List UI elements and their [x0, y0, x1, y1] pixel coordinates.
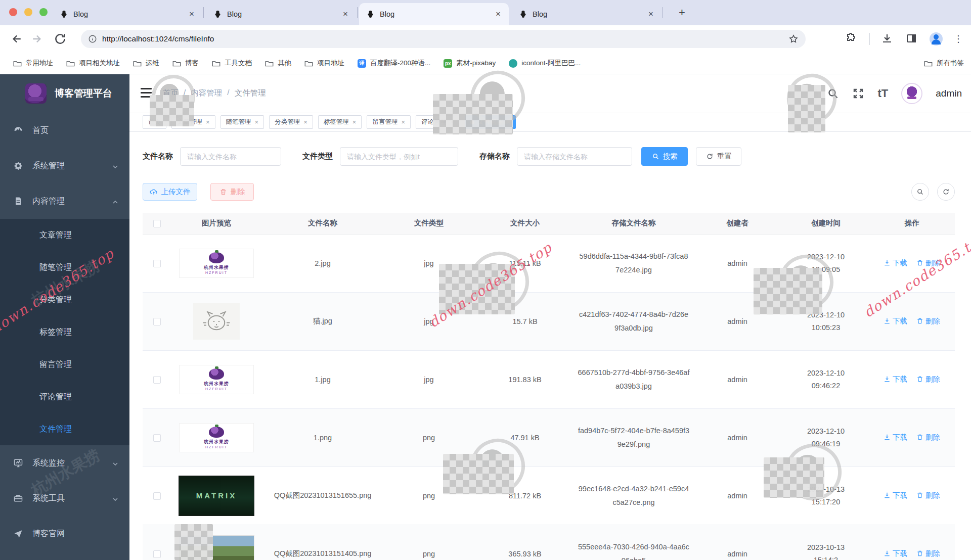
sidebar-item-file-active[interactable]: 文件管理 — [0, 413, 129, 445]
fullscreen-icon[interactable] — [852, 87, 864, 100]
close-icon[interactable] — [349, 118, 357, 126]
extensions-icon[interactable] — [845, 32, 858, 45]
download-link[interactable]: 下载 — [884, 491, 907, 500]
upload-file-button[interactable]: 上传文件 — [143, 183, 197, 201]
tag-message[interactable]: 留言管理 — [367, 115, 411, 129]
download-link[interactable]: 下载 — [884, 549, 907, 558]
row-checkbox[interactable] — [153, 318, 161, 325]
tab-close-icon[interactable]: × — [647, 9, 654, 19]
row-checkbox[interactable] — [153, 376, 161, 384]
bookmark-folder[interactable]: 博客 — [172, 59, 199, 68]
page-info-icon[interactable] — [88, 34, 97, 43]
row-checkbox[interactable] — [153, 260, 161, 267]
side-panel-icon[interactable] — [905, 32, 918, 45]
sidebar-item-content[interactable]: 内容管理 — [0, 183, 129, 219]
file-name-input[interactable] — [180, 147, 281, 166]
censor-mosaic — [150, 95, 194, 126]
reset-button[interactable]: 重置 — [696, 147, 741, 166]
select-all-checkbox[interactable] — [153, 220, 161, 227]
folder-icon — [924, 60, 933, 67]
app-logo[interactable]: 博客管理平台 — [0, 74, 129, 113]
row-checkbox[interactable] — [153, 434, 161, 442]
close-icon[interactable] — [202, 118, 210, 126]
store-name-label: 存储名称 — [479, 152, 510, 161]
reload-icon[interactable] — [54, 32, 67, 45]
file-name: QQ截图20231013151405.png — [262, 525, 383, 560]
download-link[interactable]: 下载 — [884, 258, 907, 268]
sidebar-item-message[interactable]: 留言管理 — [0, 348, 129, 381]
store-name-input[interactable] — [517, 147, 632, 166]
delete-button[interactable]: 删除 — [210, 183, 254, 201]
bookmark-folder[interactable]: 运维 — [133, 59, 159, 68]
tab-favicon — [213, 10, 222, 19]
window-controls[interactable] — [9, 8, 48, 16]
delete-link[interactable]: 删除 — [916, 375, 940, 384]
refresh-icon[interactable] — [937, 183, 955, 201]
tab-close-icon[interactable]: × — [188, 9, 195, 19]
bookmark-iconfont[interactable]: iconfont-阿里巴巴... — [509, 59, 581, 68]
delete-link[interactable]: 删除 — [916, 316, 940, 326]
close-icon[interactable] — [300, 118, 307, 126]
bookmark-star-icon[interactable] — [788, 34, 799, 44]
url-bar[interactable]: http://localhost:1024/cms/fileInfo — [81, 30, 806, 48]
new-tab-button[interactable]: + — [679, 7, 685, 19]
browser-tab-1[interactable]: Blog × — [53, 3, 202, 25]
delete-link[interactable]: 删除 — [916, 491, 940, 500]
bookmark-folder[interactable]: 项目相关地址 — [66, 59, 120, 68]
bookmark-folder[interactable]: 其他 — [265, 59, 291, 68]
download-link[interactable]: 下载 — [884, 433, 907, 442]
bookmark-folder[interactable]: 工具文档 — [212, 59, 252, 68]
bookmark-translate[interactable]: 译百度翻译-200种语... — [358, 59, 430, 68]
file-name: 猫.jpg — [262, 292, 383, 350]
file-type: png — [383, 525, 474, 560]
browser-tab-4[interactable]: Blog × — [512, 3, 661, 25]
close-icon[interactable] — [398, 118, 405, 126]
browser-tab-2[interactable]: Blog × — [206, 3, 356, 25]
sidebar-item-home[interactable]: 首页 — [0, 113, 129, 148]
delete-link[interactable]: 删除 — [916, 549, 940, 558]
bookmark-pixabay[interactable]: px素材-pixabay — [444, 59, 496, 68]
minimize-window-button[interactable] — [24, 8, 32, 16]
col-created: 创建时间 — [783, 213, 869, 234]
profile-avatar[interactable] — [930, 32, 943, 45]
all-bookmarks[interactable]: 所有书签 — [924, 59, 964, 68]
user-name[interactable]: admin — [936, 88, 962, 99]
back-icon[interactable] — [9, 32, 22, 45]
file-type-input[interactable] — [340, 147, 458, 166]
tab-close-icon[interactable]: × — [342, 9, 349, 19]
sidebar-item-tools[interactable]: 系统工具 — [0, 481, 129, 516]
sidebar-item-system[interactable]: 系统管理 — [0, 148, 129, 183]
bookmark-folder[interactable]: 常用地址 — [13, 59, 53, 68]
download-link[interactable]: 下载 — [884, 316, 907, 326]
row-checkbox[interactable] — [153, 492, 161, 500]
zoom-window-button[interactable] — [39, 8, 48, 16]
breadcrumb-current: 文件管理 — [235, 88, 266, 99]
close-window-button[interactable] — [9, 8, 17, 16]
bookmark-folder[interactable]: 项目地址 — [304, 59, 344, 68]
sidebar-item-blog-site[interactable]: 博客官网 — [0, 516, 129, 551]
hide-search-icon[interactable] — [911, 183, 929, 201]
delete-link[interactable]: 删除 — [916, 433, 940, 442]
user-avatar[interactable] — [901, 83, 922, 104]
font-size-icon[interactable]: tT — [877, 87, 888, 100]
tag-essay[interactable]: 随笔管理 — [220, 115, 264, 129]
breadcrumb-content[interactable]: 内容管理 — [191, 88, 222, 99]
folder-icon — [172, 60, 181, 67]
fruit-logo-icon — [209, 252, 224, 263]
table-header-row: 图片预览 文件名称 文件类型 文件大小 存储文件名称 创建者 创建时间 操作 — [143, 213, 955, 234]
tag-category[interactable]: 分类管理 — [269, 115, 313, 129]
search-button[interactable]: 搜索 — [641, 147, 688, 166]
row-checkbox[interactable] — [153, 550, 161, 558]
chrome-menu-icon[interactable]: ⋮ — [954, 33, 963, 44]
sidebar-item-comment[interactable]: 评论管理 — [0, 381, 129, 413]
tab-close-icon[interactable]: × — [495, 9, 502, 19]
close-icon[interactable] — [251, 118, 259, 126]
downloads-icon[interactable] — [881, 32, 894, 45]
tag-tag[interactable]: 标签管理 — [318, 115, 362, 129]
sidebar-item-article[interactable]: 文章管理 — [0, 219, 129, 251]
browser-tab-3-active[interactable]: Blog × — [359, 3, 509, 25]
tags-view-bar: 首页 文章管理 随笔管理 分类管理 标签管理 留言管理 评论管理 文件管理 — [129, 113, 971, 132]
download-link[interactable]: 下载 — [884, 375, 907, 384]
url-text[interactable]: http://localhost:1024/cms/fileInfo — [102, 34, 214, 43]
forward-icon[interactable] — [31, 32, 45, 45]
